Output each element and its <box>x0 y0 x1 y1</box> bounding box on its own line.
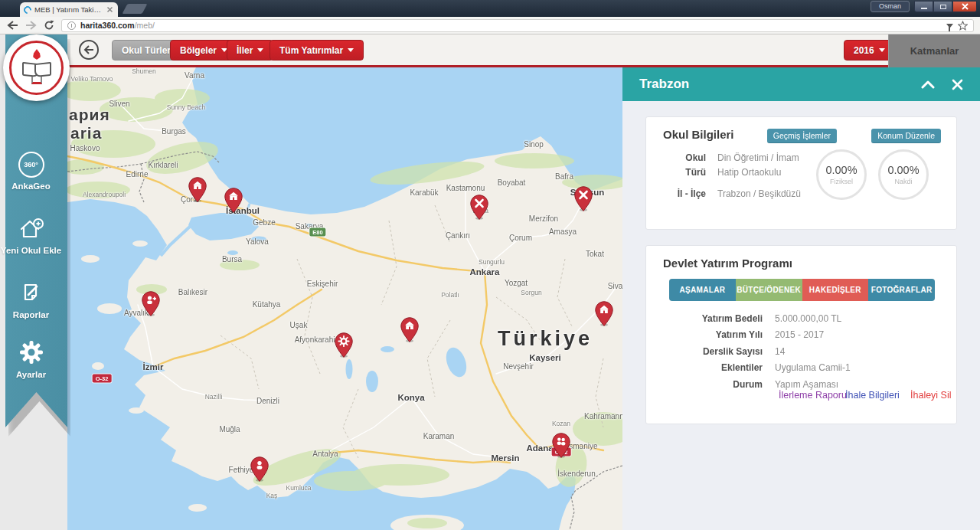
map-city-label: Bursa <box>222 255 242 263</box>
map-marker-personplus[interactable] <box>142 291 160 316</box>
page-info-icon[interactable] <box>67 21 76 30</box>
road-badge: O-32 <box>93 375 112 383</box>
map-marker-tools[interactable] <box>470 195 488 220</box>
map-city-label: Ankara <box>470 267 500 276</box>
map-marker-school[interactable] <box>400 317 419 342</box>
meb-logo <box>3 34 70 101</box>
ihale-bilgileri-link[interactable]: İhale Bilgileri <box>845 390 900 401</box>
konum-duzenle-button[interactable]: Konum Düzenle <box>871 129 941 143</box>
program-tabs: AŞAMALAR BÜTÇE/ÖDENEK HAKEDİŞLER FOTOĞRA… <box>669 279 935 301</box>
map-city-label: Shumen <box>132 67 156 75</box>
settings-icon <box>0 339 62 366</box>
map-marker-person[interactable] <box>250 456 269 482</box>
field-value: 2015 - 2017 <box>775 329 824 340</box>
year-label: 2016 <box>854 45 874 56</box>
panel-close-icon[interactable] <box>952 79 963 90</box>
map-city-label: Nevşehir <box>503 362 533 371</box>
map-canvas[interactable]: арияariaTürkiyeVeliko TarnovoShumenVarna… <box>67 67 622 530</box>
school-info-card: Okul Bilgileri Geçmiş İşlemler Konum Düz… <box>645 116 957 230</box>
gecmis-islemler-button[interactable]: Geçmiş İşlemler <box>767 129 837 143</box>
collapse-chevron-icon[interactable] <box>921 80 935 89</box>
tab-asamalar[interactable]: AŞAMALAR <box>669 279 736 301</box>
forward-icon[interactable] <box>24 19 37 31</box>
logo-torch-icon <box>33 49 41 60</box>
map-city-label: Kırklareli <box>149 161 178 169</box>
window-controls: Osman <box>871 1 977 12</box>
map-marker-gear[interactable] <box>335 332 353 358</box>
logo-base <box>31 77 42 84</box>
minimize-button[interactable] <box>914 1 933 12</box>
school-fields: Okul Türü Din Öğretimi / İmam Hatip Orta… <box>663 151 808 209</box>
map-marker-school[interactable] <box>224 188 243 213</box>
sidebar-item-yeni-okul-ekle[interactable]: Yeni Okul Ekle <box>0 216 62 255</box>
map-city-label: Haskovo <box>70 144 100 152</box>
map-marker-people[interactable] <box>552 433 570 458</box>
field-label: Durum <box>646 379 763 390</box>
bookmark-star-icon[interactable] <box>958 21 968 31</box>
sidebar-item-ayarlar[interactable]: Ayarlar <box>0 339 62 379</box>
ihaleyi-sil-link[interactable]: İhaleyi Sil <box>910 390 952 401</box>
tab-title: MEB | Yatırım Takip Liste <box>34 5 103 14</box>
map-city-label: Edirne <box>126 170 149 178</box>
map-city-label: Uşak <box>290 321 308 329</box>
iller-label: İller <box>237 45 253 56</box>
browser-user-button[interactable]: Osman <box>871 1 910 12</box>
iller-dropdown[interactable]: İller <box>227 40 273 61</box>
refresh-icon[interactable] <box>43 19 55 31</box>
address-bar[interactable]: harita360.com/meb/ <box>61 19 974 32</box>
url-host: harita360.com <box>80 21 135 30</box>
sidebar-item-label: Yeni Okul Ekle <box>0 246 62 255</box>
extension-icon[interactable] <box>946 24 953 28</box>
year-dropdown[interactable]: 2016 <box>844 40 895 61</box>
road-badge: E80 <box>309 228 325 237</box>
browser-titlebar: MEB | Yatırım Takip Liste Osman <box>0 0 980 17</box>
field-value: 14 <box>775 346 785 357</box>
caret-down-icon <box>879 48 885 52</box>
map-city-label: Kahramanmaraş <box>584 412 622 420</box>
sidebar-item-raporlar[interactable]: Raporlar <box>0 280 62 319</box>
map-city-label: Kumluca <box>286 484 311 492</box>
map-city-label: Balıkesir <box>178 288 207 296</box>
field-row: Eklentiler Uygulama Camii-1 <box>646 360 956 377</box>
map-city-label: Karabük <box>410 188 438 197</box>
tab-butce-odenek[interactable]: BÜTÇE/ÖDENEK <box>736 279 802 301</box>
field-value: Yapım Aşaması <box>775 379 838 390</box>
sidebar-item-label: Raporlar <box>0 310 62 319</box>
map-city-label: Karaman <box>423 432 455 440</box>
close-button[interactable] <box>952 1 977 12</box>
map-city-label: Boyabat <box>498 178 526 187</box>
gauge-label: Fiziksel <box>830 178 853 185</box>
logo-book-icon <box>22 63 51 75</box>
back-icon[interactable] <box>6 19 18 31</box>
map-back-button[interactable] <box>79 40 99 60</box>
fiziksel-progress-gauge: 0.00% Fiziksel <box>816 149 867 200</box>
map-marker-school[interactable] <box>188 177 207 202</box>
new-tab-button[interactable] <box>122 4 148 14</box>
map-city-label: İskenderun <box>557 469 595 478</box>
tab-hakedisler[interactable]: HAKEDİŞLER <box>802 279 869 301</box>
sidebar-item-ankageo[interactable]: 360° AnkaGeo <box>0 152 62 191</box>
360-icon: 360° <box>0 152 62 178</box>
gauge-value: 0.00% <box>887 164 919 176</box>
url-path: /meb/ <box>135 21 155 30</box>
map-city-label: Mersin <box>491 453 519 463</box>
browser-tab[interactable]: MEB | Yatırım Takip Liste <box>20 2 118 17</box>
map-marker-tools[interactable] <box>574 186 593 211</box>
map-city-label: Burgas <box>162 127 186 136</box>
tab-close-icon[interactable] <box>106 5 114 14</box>
maximize-button[interactable] <box>933 1 952 12</box>
field-row: Derslik Sayısı 14 <box>646 343 956 360</box>
map-marker-school[interactable] <box>595 301 613 326</box>
program-fields: Yatırım Bedeli 5.000.000,00 TL Yatırım Y… <box>646 310 956 393</box>
ilerleme-raporu-link[interactable]: İlerleme Raporu <box>779 390 847 401</box>
tum-yatirimlar-dropdown[interactable]: Tüm Yatırımlar <box>270 40 364 61</box>
field-label: Okul Türü <box>663 151 706 180</box>
map-city-label: aria <box>70 124 102 142</box>
katmanlar-panel-toggle[interactable]: Katmanlar <box>888 34 980 67</box>
map-city-label: İzmir <box>143 362 164 371</box>
tab-fotograflar[interactable]: FOTOĞRAFLAR <box>868 279 935 301</box>
field-value: Uygulama Camii-1 <box>775 362 851 373</box>
map-city-label: Konya <box>397 393 424 402</box>
map-city-label: Kozan <box>552 420 570 427</box>
map-city-label: Sorgun <box>521 289 541 296</box>
